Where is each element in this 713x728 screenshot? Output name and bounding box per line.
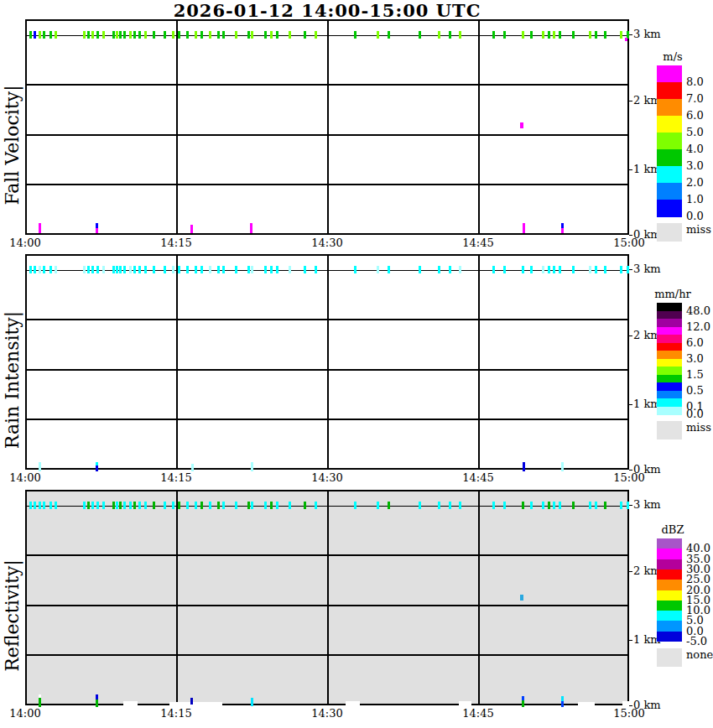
y-tick-label: 3 km — [633, 28, 661, 40]
data-mark — [270, 266, 273, 273]
data-mark — [559, 502, 561, 509]
y-tick-mark — [629, 505, 632, 506]
data-mark — [153, 31, 155, 39]
colorbar-tick-label: 12.0 — [686, 321, 710, 333]
data-mark — [190, 225, 193, 233]
colorbar-segment — [657, 99, 682, 117]
data-mark — [49, 266, 52, 273]
data-mark — [119, 502, 122, 509]
data-mark — [178, 31, 180, 39]
data-mark — [172, 31, 174, 39]
data-mark — [29, 31, 32, 39]
data-mark — [133, 31, 136, 39]
axis-label-fall-velocity: Fall Velocity| — [2, 85, 23, 205]
data-mark — [123, 266, 126, 273]
data-mark — [377, 31, 379, 39]
data-mark — [304, 502, 306, 509]
data-mark — [449, 502, 451, 509]
data-mark — [55, 31, 57, 39]
data-mark — [29, 266, 32, 273]
gridline-vertical — [327, 491, 329, 704]
data-mark — [589, 502, 591, 509]
gridline-vertical — [327, 21, 329, 233]
data-mark — [523, 223, 525, 233]
data-mark — [153, 502, 155, 509]
data-mark — [96, 31, 99, 39]
colorbar-tick-label: 5.0 — [686, 127, 704, 138]
colorbar-segment — [657, 303, 682, 311]
data-mark — [315, 31, 317, 39]
data-mark — [522, 266, 524, 273]
data-mark — [91, 31, 94, 39]
data-mark — [144, 31, 147, 39]
data-mark — [595, 502, 597, 509]
data-mark — [572, 266, 575, 273]
data-mark — [119, 266, 122, 273]
data-mark — [419, 502, 421, 509]
data-mark — [55, 266, 57, 273]
data-mark — [264, 266, 267, 273]
data-mark — [116, 31, 118, 39]
data-mark — [235, 266, 237, 273]
gridline-vertical — [478, 491, 480, 704]
data-mark — [459, 31, 461, 39]
data-mark — [530, 31, 533, 39]
data-mark — [572, 502, 575, 509]
y-tick-mark — [629, 34, 632, 35]
data-mark — [251, 462, 253, 471]
data-mark — [172, 502, 174, 509]
data-mark — [595, 266, 597, 273]
data-mark — [251, 31, 253, 39]
data-mark — [195, 266, 197, 273]
gridline-vertical — [478, 21, 480, 233]
colorbar-segment — [657, 611, 682, 621]
y-tick-label: 0 km — [633, 463, 661, 476]
data-mark — [388, 266, 390, 273]
chart-canvas: 2026-01-12 14:00-15:00 UTC Fall Velocity… — [0, 0, 713, 728]
panel-rain-intensity — [25, 254, 629, 470]
data-mark — [29, 502, 32, 509]
data-mark — [200, 502, 203, 509]
data-mark — [522, 502, 524, 509]
data-mark — [119, 31, 122, 39]
data-mark — [186, 266, 189, 273]
data-mark — [251, 266, 253, 273]
colorbar-segment — [657, 391, 682, 399]
colorbar-segment — [657, 621, 682, 632]
x-tick-label: 14:00 — [9, 707, 40, 720]
data-mark — [34, 31, 36, 39]
data-mark — [270, 502, 273, 509]
data-mark — [186, 502, 189, 509]
data-mark — [620, 502, 622, 509]
data-mark — [419, 266, 421, 273]
data-mark — [492, 502, 495, 509]
y-tick-mark — [629, 101, 632, 101]
data-mark — [530, 502, 533, 509]
data-mark — [34, 266, 36, 273]
data-mark — [449, 31, 451, 39]
data-mark — [354, 502, 356, 509]
gridline-vertical — [327, 256, 329, 468]
colorbar-tick-label: 6.0 — [686, 337, 704, 349]
gridline-vertical — [176, 491, 178, 704]
colorbar-segment — [657, 569, 682, 580]
colorbar-segment — [657, 590, 682, 601]
data-mark — [520, 595, 523, 601]
data-mark — [523, 462, 525, 471]
colorbar-segment — [657, 343, 682, 351]
colorbar-tick-label: 6.0 — [686, 110, 704, 122]
data-mark — [589, 266, 591, 273]
x-tick-label: 14:15 — [160, 471, 191, 484]
data-mark — [559, 266, 561, 273]
data-mark — [112, 31, 115, 39]
colorbar-tick-label: 3.0 — [686, 353, 704, 365]
colorbar-segment — [657, 632, 682, 642]
data-mark — [604, 502, 606, 509]
colorbar-segment — [657, 327, 682, 335]
data-mark — [87, 502, 90, 509]
colorbar-tick-label: 0.0 — [686, 408, 704, 420]
colorbar-tick-label: 0.5 — [686, 385, 704, 397]
data-mark — [195, 502, 197, 509]
data-mark — [129, 266, 132, 273]
data-mark — [222, 502, 225, 509]
